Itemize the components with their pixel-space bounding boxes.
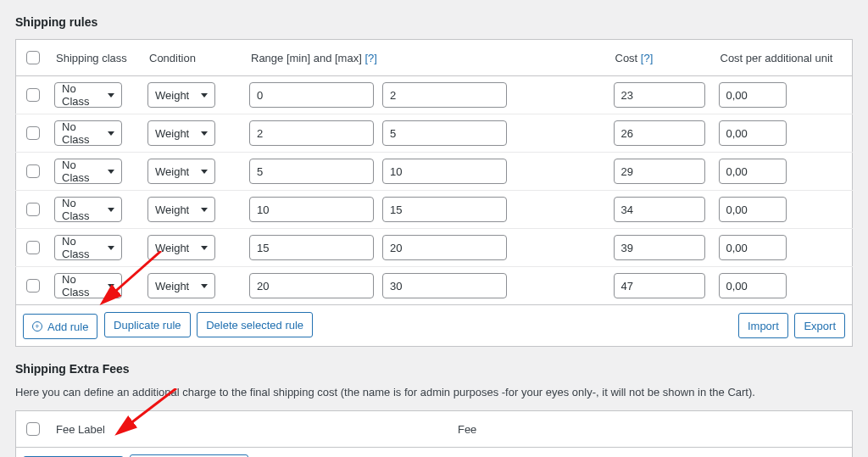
shipping-class-select[interactable]: No Class (54, 82, 122, 108)
chevron-down-icon (201, 284, 208, 288)
table-row: No ClassWeight (16, 267, 853, 305)
row-checkbox[interactable] (26, 164, 40, 178)
chevron-down-icon (108, 170, 114, 174)
condition-select[interactable]: Weight (147, 82, 215, 108)
condition-select[interactable]: Weight (147, 235, 215, 260)
col-range: Range [min] and [max] [?] (244, 40, 609, 76)
col-cost: Cost [?] (609, 40, 714, 76)
range-max-input[interactable] (382, 197, 507, 222)
plus-icon: + (32, 321, 42, 332)
additional-cost-input[interactable] (719, 159, 787, 184)
condition-value: Weight (155, 89, 189, 102)
range-max-input[interactable] (382, 120, 507, 146)
col-fee-label: Fee Label (49, 411, 451, 448)
condition-select[interactable]: Weight (147, 197, 215, 222)
cost-input[interactable] (614, 235, 705, 260)
cost-help-link[interactable]: [?] (641, 52, 653, 64)
range-help-link[interactable]: [?] (364, 52, 376, 64)
shipping-fees-description: Here you can define an additional charge… (15, 386, 853, 398)
table-row: No ClassWeight (16, 191, 853, 229)
range-min-input[interactable] (249, 82, 374, 108)
shipping-class-value: No Class (62, 197, 103, 222)
chevron-down-icon (201, 170, 208, 174)
range-min-input[interactable] (249, 273, 374, 298)
range-max-input[interactable] (382, 273, 507, 298)
row-checkbox[interactable] (26, 203, 40, 216)
additional-cost-input[interactable] (719, 273, 787, 298)
shipping-class-select[interactable]: No Class (54, 159, 122, 184)
export-button[interactable]: Export (794, 313, 845, 338)
shipping-fees-heading: Shipping Extra Fees (15, 362, 853, 376)
export-label: Export (804, 320, 836, 332)
table-row: No ClassWeight (16, 153, 853, 191)
range-min-input[interactable] (249, 120, 374, 146)
shipping-class-value: No Class (62, 235, 103, 260)
col-additional: Cost per additional unit (714, 40, 853, 76)
chevron-down-icon (201, 93, 208, 98)
range-min-input[interactable] (249, 159, 374, 184)
import-button[interactable]: Import (738, 313, 788, 338)
additional-cost-input[interactable] (719, 197, 787, 222)
duplicate-rule-button[interactable]: Duplicate rule (104, 312, 191, 337)
condition-value: Weight (155, 127, 189, 140)
row-checkbox[interactable] (26, 88, 40, 102)
shipping-class-select[interactable]: No Class (54, 273, 122, 298)
chevron-down-icon (201, 208, 208, 212)
range-min-input[interactable] (249, 197, 374, 222)
additional-cost-input[interactable] (719, 235, 787, 260)
row-checkbox[interactable] (26, 279, 40, 293)
shipping-rules-table: Shipping class Condition Range [min] and… (15, 39, 853, 347)
cost-input[interactable] (614, 159, 705, 184)
col-fee: Fee (451, 411, 853, 448)
shipping-rules-heading: Shipping rules (15, 15, 853, 29)
cost-input[interactable] (614, 120, 705, 146)
select-all-rules-checkbox[interactable] (26, 51, 40, 64)
range-max-input[interactable] (382, 235, 507, 260)
chevron-down-icon (108, 284, 114, 288)
chevron-down-icon (201, 246, 208, 250)
import-label: Import (748, 320, 779, 332)
select-all-fees-checkbox[interactable] (26, 422, 40, 436)
chevron-down-icon (201, 131, 208, 136)
shipping-class-select[interactable]: No Class (54, 120, 122, 146)
cost-input[interactable] (614, 273, 705, 298)
cost-input[interactable] (614, 197, 705, 222)
chevron-down-icon (108, 208, 114, 212)
shipping-class-select[interactable]: No Class (54, 197, 122, 222)
condition-value: Weight (155, 280, 189, 293)
shipping-class-value: No Class (62, 273, 103, 298)
chevron-down-icon (108, 93, 114, 98)
additional-cost-input[interactable] (719, 120, 787, 146)
delete-rule-label: Delete selected rule (206, 319, 303, 332)
shipping-class-value: No Class (62, 159, 103, 184)
condition-value: Weight (155, 165, 189, 178)
table-row: No ClassWeight (16, 229, 853, 267)
shipping-fees-table: Fee Label Fee + Add New Fee Delete selec… (15, 410, 853, 457)
cost-input[interactable] (614, 82, 705, 108)
row-checkbox[interactable] (26, 241, 40, 254)
table-row: No ClassWeight (16, 114, 853, 153)
duplicate-rule-label: Duplicate rule (114, 319, 181, 332)
shipping-class-value: No Class (62, 120, 103, 146)
table-row: No ClassWeight (16, 76, 853, 114)
add-rule-label: Add rule (47, 320, 88, 333)
condition-value: Weight (155, 242, 189, 254)
shipping-class-value: No Class (62, 82, 103, 108)
chevron-down-icon (108, 246, 114, 250)
col-range-label: Range [min] and [max] (251, 52, 362, 64)
row-checkbox[interactable] (26, 126, 40, 140)
add-rule-button[interactable]: + Add rule (23, 314, 97, 339)
delete-rule-button[interactable]: Delete selected rule (197, 312, 313, 337)
range-min-input[interactable] (249, 235, 374, 260)
condition-select[interactable]: Weight (147, 273, 215, 298)
range-max-input[interactable] (382, 82, 507, 108)
shipping-class-select[interactable]: No Class (54, 235, 122, 260)
condition-value: Weight (155, 203, 189, 216)
additional-cost-input[interactable] (719, 82, 787, 108)
col-shipping-class: Shipping class (49, 40, 142, 76)
condition-select[interactable]: Weight (147, 159, 215, 184)
col-condition: Condition (142, 40, 244, 76)
chevron-down-icon (108, 131, 114, 136)
condition-select[interactable]: Weight (147, 120, 215, 146)
range-max-input[interactable] (382, 159, 507, 184)
